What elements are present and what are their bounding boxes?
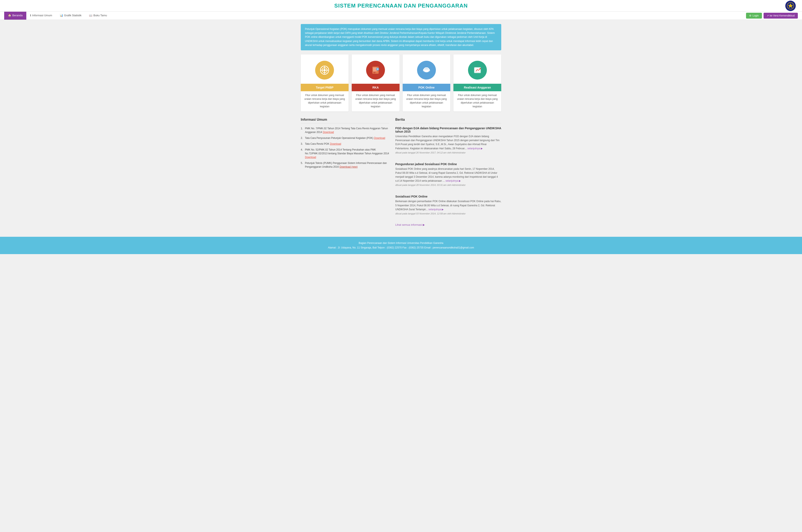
target-pnbp-icon	[315, 61, 334, 79]
info-icon: ℹ	[30, 14, 31, 17]
nav-actions: ⚙ Login ↗ ke Versi Kemendikbud	[746, 13, 798, 19]
book-icon: 📖	[89, 14, 92, 17]
card-rka-title: RKA	[352, 84, 399, 91]
kemendikbud-button[interactable]: ↗ ke Versi Kemendikbud	[764, 13, 798, 19]
feature-cards: Target PNBP Fitur untuk dokumen yang mem…	[301, 55, 501, 112]
card-target-pnbp-title: Target PNBP	[301, 84, 349, 91]
news-item-3: Sosialisasi POK Online Berkenaan dengan …	[395, 195, 501, 219]
rka-icon	[366, 61, 385, 79]
news-title-2: Pengunduran jadwal Sosialisasi POK Onlin…	[395, 163, 501, 166]
gear-icon: ⚙	[749, 14, 751, 17]
realisasi-icon	[468, 61, 487, 79]
selanjutnya-2[interactable]: selanjutnya ▶	[446, 179, 461, 182]
card-pok-desc: Fitur untuk dokumen yang memuat uraian r…	[403, 91, 450, 112]
news-meta-1: dibuat pada tanggal 26 November 2017, 04…	[395, 151, 501, 154]
info-item-3: Tata Cara Revisi POK Download	[301, 142, 389, 146]
card-pok-title: POK Online	[403, 84, 450, 91]
info-list: PMK No. 7/PMK.02 Tahun 2014 Tentang Tata…	[301, 127, 389, 169]
share-icon: ↗	[767, 14, 769, 17]
nav-items: 🏠 Beranda ℹ Informasi Umum 📊 Grafik Stat…	[4, 12, 111, 20]
svg-rect-14	[373, 73, 375, 73]
pok-icon	[417, 61, 436, 79]
selanjutnya-1[interactable]: selanjutnya ▶	[467, 147, 483, 150]
berita-title: Berita	[395, 118, 501, 124]
footer-line1: Bagian Perencanaan dan Sistem Informasi …	[4, 241, 798, 246]
two-col-section: Informasi Umum PMK No. 7/PMK.02 Tahun 20…	[301, 118, 501, 226]
news-title-1: FGD dengan DJA dalam bidang Perencanaan …	[395, 127, 501, 133]
main-content: Petunjuk Operasional Kegiatan (POK) meru…	[297, 20, 505, 237]
news-body-2: Sosialisasi POK Online yang awalnya dire…	[395, 167, 501, 183]
nav-buku-tamu[interactable]: 📖 Buku Tamu	[85, 12, 111, 20]
download-link-3[interactable]: Download	[330, 142, 341, 145]
arrow-icon: ▶	[423, 223, 425, 226]
card-realisasi-title: Realisasi Anggaran	[453, 84, 501, 91]
chart-icon: 📊	[60, 14, 63, 17]
card-rka-desc: Fitur untuk dokumen yang memuat uraian r…	[352, 91, 399, 112]
nav-grafik-statistik[interactable]: 📊 Grafik Statistik	[56, 12, 86, 20]
news-meta-3: dibuat pada tanggal 03 November 2014, 12…	[395, 212, 501, 215]
nav-informasi-umum[interactable]: ℹ Informasi Umum	[26, 12, 56, 20]
berita-section: Berita FGD dengan DJA dalam bidang Peren…	[395, 118, 501, 226]
login-button[interactable]: ⚙ Login	[746, 13, 762, 19]
card-icon-area	[301, 55, 349, 84]
info-banner: Petunjuk Operasional Kegiatan (POK) meru…	[301, 24, 501, 50]
nav-beranda[interactable]: 🏠 Beranda	[4, 12, 26, 20]
card-realisasi-icon-area	[453, 55, 501, 84]
svg-point-6	[323, 69, 325, 71]
page-title: SISTEM PERENCANAAN DAN PENGANGGARAN	[334, 2, 468, 9]
card-realisasi[interactable]: Realisasi Anggaran Fitur untuk dokumen y…	[453, 55, 501, 112]
download-link-4[interactable]: Download	[305, 156, 316, 159]
card-realisasi-desc: Fitur untuk dokumen yang memuat uraian r…	[453, 91, 501, 112]
page-header: SISTEM PERENCANAAN DAN PENGANGGARAN	[0, 0, 802, 12]
news-meta-2: dibuat pada tanggal 28 November 2014, 03…	[395, 184, 501, 186]
news-body-3: Berkenaan dengan pemanfaatan POK Online …	[395, 200, 501, 211]
download-link-2[interactable]: Download	[374, 136, 385, 139]
logo	[785, 1, 796, 11]
news-item-2: Pengunduran jadwal Sosialisasi POK Onlin…	[395, 163, 501, 191]
see-all-link[interactable]: Lihat semua informasi ▶	[395, 223, 501, 226]
selanjutnya-3[interactable]: selanjutnya ▶	[428, 208, 444, 211]
news-body-1: Universitas Pendidikan Ganesha akan meng…	[395, 134, 501, 151]
svg-point-18	[480, 68, 481, 69]
news-title-3: Sosialisasi POK Online	[395, 195, 501, 198]
main-nav: 🏠 Beranda ℹ Informasi Umum 📊 Grafik Stat…	[0, 12, 802, 20]
card-pok-online[interactable]: POK Online Fitur untuk dokumen yang memu…	[403, 55, 450, 112]
home-icon: 🏠	[8, 14, 11, 17]
download-link-1[interactable]: Download	[323, 131, 334, 134]
card-rka-icon-area	[352, 55, 399, 84]
svg-rect-13	[373, 72, 376, 72]
informasi-umum-title: Informasi Umum	[301, 118, 389, 124]
footer-line2: Alamat : Jl. Udayana, No. 11 Singaraja, …	[4, 246, 798, 250]
info-item-2: Tata Cara Penyusunan Petunjuk Operasiona…	[301, 136, 389, 140]
card-target-pnbp-desc: Fitur untuk dokumen yang memuat uraian r…	[301, 91, 349, 112]
download-link-5[interactable]: Download (new)	[339, 165, 358, 168]
card-pok-icon-area	[403, 55, 450, 84]
card-rka[interactable]: RKA Fitur untuk dokumen yang memuat urai…	[352, 55, 399, 112]
svg-rect-17	[474, 68, 481, 73]
news-item-1: FGD dengan DJA dalam bidang Perencanaan …	[395, 127, 501, 158]
page-footer: Bagian Perencanaan dan Sistem Informasi …	[0, 237, 802, 254]
info-item-5: Petunjuk Teknis (PUMK) Penggunaan Sistem…	[301, 161, 389, 169]
informasi-umum-section: Informasi Umum PMK No. 7/PMK.02 Tahun 20…	[301, 118, 389, 226]
info-item-1: PMK No. 7/PMK.02 Tahun 2014 Tentang Tata…	[301, 127, 389, 134]
info-item-4: PMK No. 52/PMK.02 Tahun 2014 Tentang Per…	[301, 148, 389, 159]
card-target-pnbp[interactable]: Target PNBP Fitur untuk dokumen yang mem…	[301, 55, 349, 112]
